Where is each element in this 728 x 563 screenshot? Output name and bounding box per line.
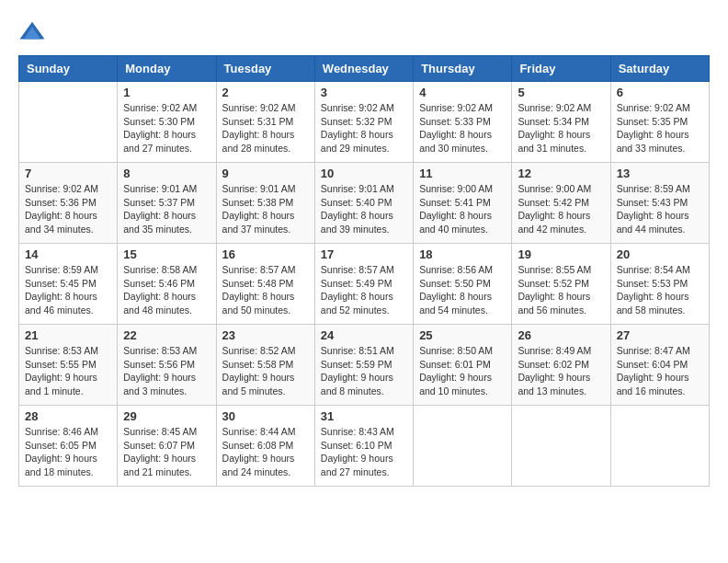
day-number: 15: [123, 247, 210, 261]
day-number: 2: [222, 86, 309, 99]
day-number: 20: [617, 247, 703, 261]
day-of-week-header: Thursday: [414, 56, 512, 82]
day-info: Sunrise: 8:47 AMSunset: 6:04 PMDaylight:…: [617, 344, 703, 398]
day-info: Sunrise: 8:59 AMSunset: 5:45 PMDaylight:…: [25, 263, 111, 317]
day-number: 4: [419, 86, 506, 99]
day-number: 9: [222, 167, 309, 180]
day-info: Sunrise: 8:57 AMSunset: 5:49 PMDaylight:…: [321, 263, 407, 317]
calendar-week-row: 7Sunrise: 9:02 AMSunset: 5:36 PMDaylight…: [19, 163, 710, 244]
day-info: Sunrise: 9:01 AMSunset: 5:40 PMDaylight:…: [321, 182, 407, 236]
day-number: 7: [25, 167, 111, 180]
day-number: 18: [419, 247, 506, 261]
day-of-week-header: Saturday: [610, 56, 709, 82]
calendar-day-cell: 27Sunrise: 8:47 AMSunset: 6:04 PMDayligh…: [610, 325, 709, 406]
day-number: 10: [321, 167, 407, 180]
calendar-table: SundayMondayTuesdayWednesdayThursdayFrid…: [18, 55, 710, 487]
calendar-day-cell: 29Sunrise: 8:45 AMSunset: 6:07 PMDayligh…: [118, 406, 216, 487]
calendar-day-cell: 17Sunrise: 8:57 AMSunset: 5:49 PMDayligh…: [314, 244, 413, 325]
day-number: 23: [222, 328, 309, 342]
calendar-header-row: SundayMondayTuesdayWednesdayThursdayFrid…: [19, 56, 710, 82]
day-number: 12: [518, 167, 604, 180]
day-number: 29: [123, 409, 210, 423]
calendar-day-cell: 3Sunrise: 9:02 AMSunset: 5:32 PMDaylight…: [314, 82, 413, 163]
logo-icon: [18, 18, 46, 46]
calendar-day-cell: 21Sunrise: 8:53 AMSunset: 5:55 PMDayligh…: [19, 325, 118, 406]
logo: [18, 18, 50, 46]
day-of-week-header: Wednesday: [314, 56, 413, 82]
calendar-day-cell: 11Sunrise: 9:00 AMSunset: 5:41 PMDayligh…: [414, 163, 512, 244]
calendar-day-cell: 20Sunrise: 8:54 AMSunset: 5:53 PMDayligh…: [610, 244, 709, 325]
day-number: 5: [518, 86, 604, 99]
calendar-day-cell: 2Sunrise: 9:02 AMSunset: 5:31 PMDaylight…: [216, 82, 314, 163]
calendar-day-cell: 25Sunrise: 8:50 AMSunset: 6:01 PMDayligh…: [414, 325, 512, 406]
day-info: Sunrise: 8:51 AMSunset: 5:59 PMDaylight:…: [321, 344, 407, 398]
calendar-day-cell: 28Sunrise: 8:46 AMSunset: 6:05 PMDayligh…: [19, 406, 118, 487]
day-info: Sunrise: 8:49 AMSunset: 6:02 PMDaylight:…: [518, 344, 604, 398]
calendar-day-cell: 24Sunrise: 8:51 AMSunset: 5:59 PMDayligh…: [314, 325, 413, 406]
day-info: Sunrise: 8:52 AMSunset: 5:58 PMDaylight:…: [222, 344, 309, 398]
calendar-day-cell: 31Sunrise: 8:43 AMSunset: 6:10 PMDayligh…: [314, 406, 413, 487]
calendar-day-cell: 7Sunrise: 9:02 AMSunset: 5:36 PMDaylight…: [19, 163, 118, 244]
calendar-day-cell: 23Sunrise: 8:52 AMSunset: 5:58 PMDayligh…: [216, 325, 314, 406]
day-number: 28: [25, 409, 111, 423]
day-number: 6: [617, 86, 703, 99]
calendar-day-cell: [512, 406, 610, 487]
day-of-week-header: Monday: [118, 56, 216, 82]
day-info: Sunrise: 9:00 AMSunset: 5:41 PMDaylight:…: [419, 182, 506, 236]
day-info: Sunrise: 8:55 AMSunset: 5:52 PMDaylight:…: [518, 263, 604, 317]
calendar-day-cell: 19Sunrise: 8:55 AMSunset: 5:52 PMDayligh…: [512, 244, 610, 325]
calendar-week-row: 28Sunrise: 8:46 AMSunset: 6:05 PMDayligh…: [19, 406, 710, 487]
calendar-week-row: 21Sunrise: 8:53 AMSunset: 5:55 PMDayligh…: [19, 325, 710, 406]
day-number: 25: [419, 328, 506, 342]
day-info: Sunrise: 8:46 AMSunset: 6:05 PMDaylight:…: [25, 425, 111, 479]
day-info: Sunrise: 9:01 AMSunset: 5:37 PMDaylight:…: [123, 182, 210, 236]
day-info: Sunrise: 9:02 AMSunset: 5:36 PMDaylight:…: [25, 182, 111, 236]
day-of-week-header: Friday: [512, 56, 610, 82]
day-number: 27: [617, 328, 703, 342]
day-number: 21: [25, 328, 111, 342]
day-of-week-header: Sunday: [19, 56, 118, 82]
day-info: Sunrise: 8:53 AMSunset: 5:55 PMDaylight:…: [25, 344, 111, 398]
day-number: 31: [321, 409, 407, 423]
day-info: Sunrise: 8:50 AMSunset: 6:01 PMDaylight:…: [419, 344, 506, 398]
day-info: Sunrise: 8:58 AMSunset: 5:46 PMDaylight:…: [123, 263, 210, 317]
calendar-day-cell: 26Sunrise: 8:49 AMSunset: 6:02 PMDayligh…: [512, 325, 610, 406]
day-number: 22: [123, 328, 210, 342]
calendar-day-cell: 6Sunrise: 9:02 AMSunset: 5:35 PMDaylight…: [610, 82, 709, 163]
calendar-day-cell: 5Sunrise: 9:02 AMSunset: 5:34 PMDaylight…: [512, 82, 610, 163]
day-number: 1: [123, 86, 210, 99]
calendar-day-cell: 8Sunrise: 9:01 AMSunset: 5:37 PMDaylight…: [118, 163, 216, 244]
day-info: Sunrise: 8:54 AMSunset: 5:53 PMDaylight:…: [617, 263, 703, 317]
day-info: Sunrise: 9:02 AMSunset: 5:34 PMDaylight:…: [518, 101, 604, 155]
day-info: Sunrise: 8:43 AMSunset: 6:10 PMDaylight:…: [321, 425, 407, 479]
day-info: Sunrise: 9:00 AMSunset: 5:42 PMDaylight:…: [518, 182, 604, 236]
day-info: Sunrise: 9:02 AMSunset: 5:35 PMDaylight:…: [617, 101, 703, 155]
day-info: Sunrise: 8:53 AMSunset: 5:56 PMDaylight:…: [123, 344, 210, 398]
day-number: 8: [123, 167, 210, 180]
day-number: 11: [419, 167, 506, 180]
day-number: 14: [25, 247, 111, 261]
day-number: 19: [518, 247, 604, 261]
calendar-day-cell: 9Sunrise: 9:01 AMSunset: 5:38 PMDaylight…: [216, 163, 314, 244]
day-info: Sunrise: 8:59 AMSunset: 5:43 PMDaylight:…: [617, 182, 703, 236]
day-number: 24: [321, 328, 407, 342]
day-info: Sunrise: 9:01 AMSunset: 5:38 PMDaylight:…: [222, 182, 309, 236]
day-number: 30: [222, 409, 309, 423]
calendar-day-cell: [19, 82, 118, 163]
day-info: Sunrise: 8:44 AMSunset: 6:08 PMDaylight:…: [222, 425, 309, 479]
day-info: Sunrise: 8:45 AMSunset: 6:07 PMDaylight:…: [123, 425, 210, 479]
day-info: Sunrise: 8:56 AMSunset: 5:50 PMDaylight:…: [419, 263, 506, 317]
calendar-day-cell: [610, 406, 709, 487]
day-info: Sunrise: 8:57 AMSunset: 5:48 PMDaylight:…: [222, 263, 309, 317]
calendar-day-cell: 12Sunrise: 9:00 AMSunset: 5:42 PMDayligh…: [512, 163, 610, 244]
day-info: Sunrise: 9:02 AMSunset: 5:31 PMDaylight:…: [222, 101, 309, 155]
calendar-week-row: 1Sunrise: 9:02 AMSunset: 5:30 PMDaylight…: [19, 82, 710, 163]
calendar-day-cell: 18Sunrise: 8:56 AMSunset: 5:50 PMDayligh…: [414, 244, 512, 325]
day-info: Sunrise: 9:02 AMSunset: 5:32 PMDaylight:…: [321, 101, 407, 155]
day-number: 17: [321, 247, 407, 261]
calendar-day-cell: 14Sunrise: 8:59 AMSunset: 5:45 PMDayligh…: [19, 244, 118, 325]
day-number: 3: [321, 86, 407, 99]
day-of-week-header: Tuesday: [216, 56, 314, 82]
day-number: 26: [518, 328, 604, 342]
day-number: 16: [222, 247, 309, 261]
